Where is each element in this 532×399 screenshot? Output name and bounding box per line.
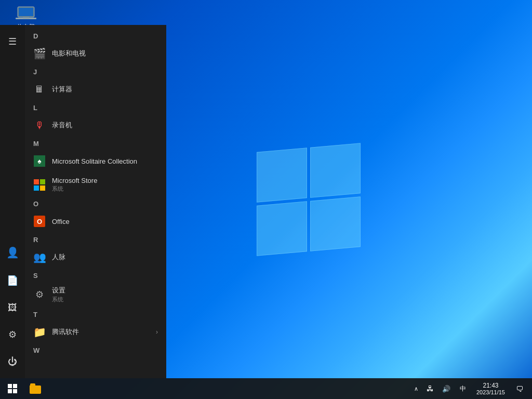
svg-rect-1 bbox=[19, 8, 33, 16]
section-letter-r: R bbox=[25, 233, 166, 246]
start-button[interactable] bbox=[0, 378, 25, 399]
svg-rect-5 bbox=[13, 384, 17, 388]
this-pc-icon bbox=[16, 5, 36, 21]
app-name-settings: 设置 bbox=[52, 286, 65, 295]
section-letter-w: W bbox=[25, 343, 166, 356]
power-icon: ⏻ bbox=[8, 356, 17, 367]
clock-time: 21:43 bbox=[483, 382, 498, 389]
app-sub-store: 系统 bbox=[52, 185, 97, 193]
recorder-icon: 🎙 bbox=[33, 119, 46, 131]
sidebar-photos-button[interactable]: 🖼 bbox=[0, 295, 25, 320]
windows-start-icon bbox=[8, 384, 17, 393]
windows-logo bbox=[257, 148, 361, 251]
svg-rect-7 bbox=[13, 389, 17, 393]
app-name-movie: 电影和电视 bbox=[52, 49, 86, 58]
network-icon: 🖧 bbox=[427, 384, 434, 393]
calculator-icon: 🖩 bbox=[33, 83, 46, 96]
svg-rect-3 bbox=[23, 17, 29, 18]
sidebar-docs-button[interactable]: 📄 bbox=[0, 268, 25, 293]
section-letter-l: L bbox=[25, 101, 166, 114]
people-icon: 👥 bbox=[33, 251, 46, 263]
app-list: D 🎬 电影和电视 J 🖩 计算器 L bbox=[25, 25, 166, 378]
file-explorer-button[interactable] bbox=[25, 378, 46, 399]
volume-icon: 🔊 bbox=[442, 385, 450, 393]
app-item-recorder[interactable]: 🎙 录音机 bbox=[25, 114, 166, 137]
desktop: 此电脑 ☰ 👤 📄 🖼 ⚙ ⏻ bbox=[0, 0, 532, 399]
app-item-people[interactable]: 👥 人脉 bbox=[25, 246, 166, 269]
section-letter-j: J bbox=[25, 65, 166, 78]
section-letter-t: T bbox=[25, 308, 166, 321]
svg-rect-4 bbox=[8, 384, 12, 388]
tencent-folder-icon: 📁 bbox=[33, 326, 46, 338]
sidebar-power-button[interactable]: ⏻ bbox=[0, 349, 25, 374]
app-item-tencent[interactable]: 📁 腾讯软件 › bbox=[25, 321, 166, 343]
solitaire-icon: ♠ bbox=[33, 155, 46, 167]
section-letter-o: O bbox=[25, 197, 166, 210]
app-item-solitaire[interactable]: ♠ Microsoft Solitaire Collection bbox=[25, 150, 166, 172]
notification-icon: 🗨 bbox=[516, 384, 524, 393]
app-name-calculator: 计算器 bbox=[52, 85, 72, 94]
store-icon bbox=[33, 179, 46, 191]
app-sub-settings: 系统 bbox=[52, 296, 65, 303]
svg-rect-6 bbox=[8, 389, 12, 393]
hamburger-icon: ☰ bbox=[8, 36, 17, 47]
app-name-recorder: 录音机 bbox=[52, 121, 72, 130]
section-letter-m: M bbox=[25, 137, 166, 150]
clock-date: 2023/11/15 bbox=[476, 389, 505, 395]
notification-button[interactable]: 🗨 bbox=[511, 378, 528, 399]
start-sidebar: ☰ 👤 📄 🖼 ⚙ ⏻ bbox=[0, 25, 25, 378]
app-name-store: Microsoft Store bbox=[52, 177, 97, 184]
system-tray-lang[interactable]: 中 bbox=[456, 378, 470, 399]
app-name-office: Office bbox=[52, 218, 70, 225]
start-menu: ☰ 👤 📄 🖼 ⚙ ⏻ D 🎬 bbox=[0, 25, 166, 378]
sidebar-avatar-button[interactable]: 👤 bbox=[0, 240, 25, 265]
avatar-icon: 👤 bbox=[6, 246, 19, 259]
app-item-movie[interactable]: 🎬 电影和电视 bbox=[25, 42, 166, 65]
chevron-icon: › bbox=[156, 328, 158, 336]
section-letter-d: D bbox=[25, 29, 166, 42]
photos-icon: 🖼 bbox=[8, 302, 17, 313]
chevron-tray-icon: ∧ bbox=[414, 385, 418, 392]
section-letter-s: S bbox=[25, 269, 166, 282]
settings-sidebar-icon: ⚙ bbox=[8, 329, 17, 340]
app-item-office[interactable]: O Office bbox=[25, 210, 166, 233]
system-tray-chevron[interactable]: ∧ bbox=[411, 378, 421, 399]
app-item-store[interactable]: Microsoft Store 系统 bbox=[25, 172, 166, 197]
app-name-tencent: 腾讯软件 bbox=[52, 327, 79, 337]
movie-icon: 🎬 bbox=[33, 47, 46, 60]
sidebar-settings-button[interactable]: ⚙ bbox=[0, 322, 25, 347]
settings-app-icon: ⚙ bbox=[33, 288, 46, 301]
taskbar: ∧ 🖧 🔊 中 21:43 2023/11/15 🗨 bbox=[0, 378, 532, 399]
app-name-solitaire: Microsoft Solitaire Collection bbox=[52, 157, 137, 165]
docs-icon: 📄 bbox=[7, 275, 18, 286]
taskbar-clock[interactable]: 21:43 2023/11/15 bbox=[472, 378, 509, 399]
app-item-calculator[interactable]: 🖩 计算器 bbox=[25, 78, 166, 101]
taskbar-right: ∧ 🖧 🔊 中 21:43 2023/11/15 🗨 bbox=[411, 378, 532, 399]
system-tray-volume[interactable]: 🔊 bbox=[439, 378, 454, 399]
system-tray-network[interactable]: 🖧 bbox=[423, 378, 437, 399]
app-item-settings[interactable]: ⚙ 设置 系统 bbox=[25, 282, 166, 308]
app-name-people: 人脉 bbox=[52, 252, 65, 262]
hamburger-button[interactable]: ☰ bbox=[0, 29, 25, 54]
language-indicator: 中 bbox=[459, 384, 467, 393]
office-icon: O bbox=[33, 215, 46, 228]
